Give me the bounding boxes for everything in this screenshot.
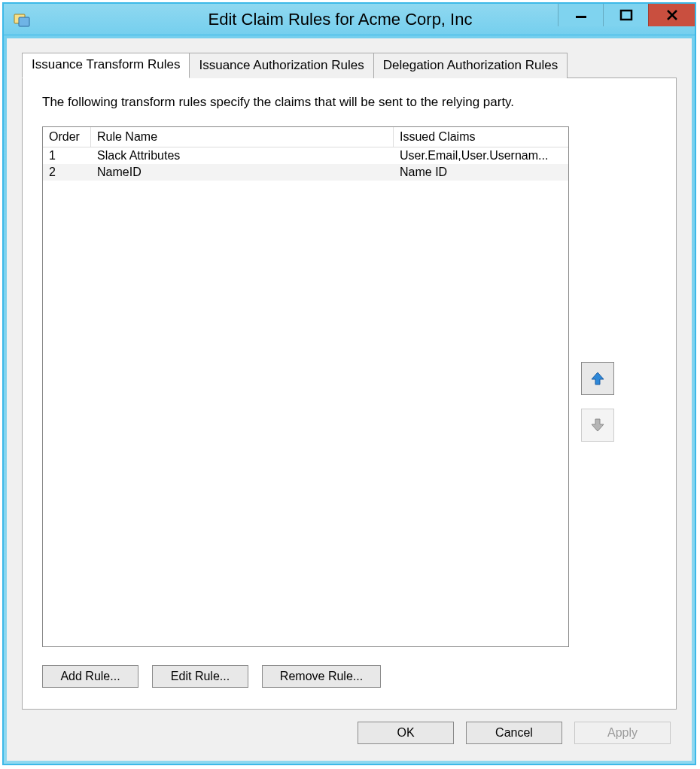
- arrow-up-icon: [589, 370, 606, 387]
- apply-button: Apply: [574, 722, 671, 744]
- minimize-icon: [574, 8, 588, 22]
- tab-issuance-authorization[interactable]: Issuance Authorization Rules: [189, 53, 373, 78]
- tab-panel: The following transform rules specify th…: [22, 78, 677, 710]
- panel-description: The following transform rules specify th…: [42, 95, 656, 110]
- column-header-order[interactable]: Order: [43, 127, 91, 147]
- svg-rect-2: [576, 16, 586, 18]
- edit-rule-button[interactable]: Edit Rule...: [152, 665, 248, 688]
- arrow-down-icon: [589, 417, 606, 433]
- titlebar[interactable]: Edit Claim Rules for Acme Corp, Inc: [4, 4, 695, 35]
- table-row[interactable]: 1 Slack Attributes User.Email,User.Usern…: [43, 147, 568, 164]
- remove-rule-button[interactable]: Remove Rule...: [262, 665, 381, 688]
- rules-list[interactable]: Order Rule Name Issued Claims 1 Slack At…: [42, 126, 569, 647]
- window-body: Issuance Transform Rules Issuance Author…: [4, 35, 695, 764]
- cancel-button[interactable]: Cancel: [466, 722, 562, 744]
- app-icon: [13, 11, 31, 29]
- maximize-button[interactable]: [603, 4, 648, 26]
- close-icon: [665, 8, 679, 22]
- svg-rect-3: [621, 11, 632, 20]
- list-header: Order Rule Name Issued Claims: [43, 127, 568, 147]
- window-controls: [558, 4, 695, 28]
- client-area: Issuance Transform Rules Issuance Author…: [7, 38, 692, 761]
- column-header-rule-name[interactable]: Rule Name: [91, 127, 394, 147]
- cell-issued-claims: Name ID: [394, 164, 568, 181]
- tab-strip: Issuance Transform Rules Issuance Author…: [22, 52, 677, 78]
- cell-rule-name: Slack Attributes: [91, 147, 394, 164]
- table-row[interactable]: 2 NameID Name ID: [43, 164, 568, 181]
- list-area: Order Rule Name Issued Claims 1 Slack At…: [42, 126, 656, 647]
- tab-label: Issuance Transform Rules: [32, 57, 180, 71]
- cell-order: 1: [43, 147, 91, 164]
- move-down-button: [581, 409, 614, 442]
- cell-issued-claims: User.Email,User.Usernam...: [394, 147, 568, 164]
- ok-button[interactable]: OK: [358, 722, 454, 744]
- list-rows: 1 Slack Attributes User.Email,User.Usern…: [43, 147, 568, 646]
- tab-delegation-authorization[interactable]: Delegation Authorization Rules: [373, 53, 568, 78]
- dialog-buttons: OK Cancel Apply: [22, 710, 677, 747]
- rule-buttons: Add Rule... Edit Rule... Remove Rule...: [42, 665, 656, 688]
- move-up-button[interactable]: [581, 362, 614, 395]
- maximize-icon: [619, 8, 633, 22]
- minimize-button[interactable]: [558, 4, 603, 26]
- dialog-window: Edit Claim Rules for Acme Corp, Inc Issu…: [2, 2, 696, 765]
- cell-order: 2: [43, 164, 91, 181]
- tab-label: Delegation Authorization Rules: [383, 58, 558, 72]
- tab-issuance-transform[interactable]: Issuance Transform Rules: [22, 53, 190, 78]
- close-button[interactable]: [648, 4, 695, 26]
- reorder-buttons: [581, 126, 617, 647]
- svg-rect-1: [19, 17, 29, 26]
- tab-label: Issuance Authorization Rules: [199, 58, 364, 72]
- add-rule-button[interactable]: Add Rule...: [42, 665, 138, 688]
- column-header-issued-claims[interactable]: Issued Claims: [394, 127, 568, 147]
- cell-rule-name: NameID: [91, 164, 394, 181]
